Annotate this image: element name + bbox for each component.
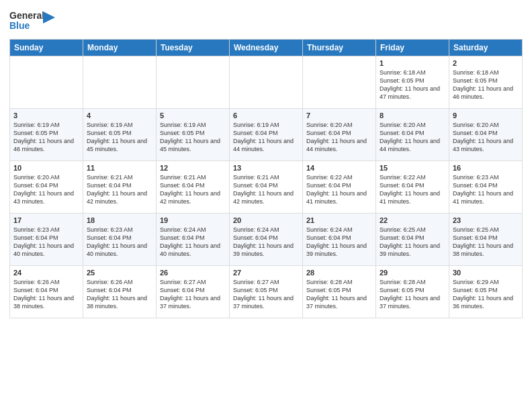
calendar-cell: 4Sunrise: 6:19 AMSunset: 6:05 PMDaylight… (83, 109, 157, 161)
calendar-cell: 27Sunrise: 6:27 AMSunset: 6:05 PMDayligh… (230, 266, 303, 318)
day-info: Sunrise: 6:23 AM (13, 226, 79, 234)
weekday-header: Saturday (449, 40, 523, 56)
day-info: Sunset: 6:05 PM (87, 129, 152, 137)
day-info: Daylight: 11 hours and 44 minutes. (306, 137, 372, 153)
day-info: Sunset: 6:04 PM (306, 234, 372, 242)
day-info: Sunrise: 6:23 AM (87, 226, 152, 234)
day-info: Sunset: 6:04 PM (13, 286, 79, 294)
day-number: 13 (233, 164, 299, 172)
day-info: Sunrise: 6:22 AM (380, 173, 445, 181)
day-info: Daylight: 11 hours and 44 minutes. (380, 137, 445, 153)
calendar-week: 10Sunrise: 6:20 AMSunset: 6:04 PMDayligh… (10, 161, 523, 214)
day-info: Daylight: 11 hours and 45 minutes. (160, 137, 226, 153)
day-number: 15 (380, 164, 445, 172)
day-info: Sunrise: 6:21 AM (160, 173, 226, 181)
day-info: Daylight: 11 hours and 40 minutes. (160, 242, 226, 258)
day-info: Daylight: 11 hours and 41 minutes. (306, 189, 372, 205)
weekday-header: Thursday (303, 40, 376, 56)
calendar-week: 17Sunrise: 6:23 AMSunset: 6:04 PMDayligh… (10, 214, 523, 266)
day-number: 24 (13, 269, 79, 277)
day-info: Sunset: 6:05 PM (13, 129, 79, 137)
calendar-cell: 19Sunrise: 6:24 AMSunset: 6:04 PMDayligh… (157, 214, 230, 266)
day-number: 10 (13, 164, 79, 172)
day-info: Sunrise: 6:21 AM (233, 173, 299, 181)
day-info: Sunrise: 6:26 AM (13, 278, 79, 286)
calendar-cell (303, 56, 376, 109)
day-number: 2 (453, 59, 519, 67)
day-info: Sunrise: 6:26 AM (87, 278, 152, 286)
day-info: Sunset: 6:05 PM (453, 286, 519, 294)
day-info: Sunset: 6:05 PM (160, 129, 226, 137)
calendar-cell: 15Sunrise: 6:22 AMSunset: 6:04 PMDayligh… (376, 161, 449, 214)
calendar-cell: 6Sunrise: 6:19 AMSunset: 6:04 PMDaylight… (230, 109, 303, 161)
calendar-cell: 10Sunrise: 6:20 AMSunset: 6:04 PMDayligh… (10, 161, 83, 214)
logo-icon: General Blue (9, 7, 43, 34)
day-info: Sunrise: 6:19 AM (87, 121, 152, 129)
calendar-cell: 5Sunrise: 6:19 AMSunset: 6:05 PMDaylight… (157, 109, 230, 161)
day-info: Sunrise: 6:22 AM (306, 173, 372, 181)
day-number: 20 (233, 216, 299, 224)
calendar-cell: 9Sunrise: 6:20 AMSunset: 6:04 PMDaylight… (449, 109, 523, 161)
day-number: 21 (306, 216, 372, 224)
day-info: Sunset: 6:04 PM (233, 234, 299, 242)
day-info: Sunset: 6:04 PM (380, 181, 445, 189)
calendar-cell: 12Sunrise: 6:21 AMSunset: 6:04 PMDayligh… (157, 161, 230, 214)
day-info: Sunset: 6:04 PM (233, 129, 299, 137)
day-info: Daylight: 11 hours and 39 minutes. (306, 242, 372, 258)
day-info: Sunrise: 6:20 AM (13, 173, 79, 181)
calendar-cell: 28Sunrise: 6:28 AMSunset: 6:05 PMDayligh… (303, 266, 376, 318)
calendar-cell: 25Sunrise: 6:26 AMSunset: 6:04 PMDayligh… (83, 266, 157, 318)
day-info: Sunset: 6:04 PM (87, 181, 152, 189)
weekday-header: Wednesday (230, 40, 303, 56)
day-info: Daylight: 11 hours and 43 minutes. (13, 189, 79, 205)
day-info: Sunset: 6:04 PM (13, 234, 79, 242)
calendar-cell (10, 56, 83, 109)
day-info: Sunrise: 6:19 AM (233, 121, 299, 129)
calendar-cell: 26Sunrise: 6:27 AMSunset: 6:04 PMDayligh… (157, 266, 230, 318)
day-info: Sunset: 6:04 PM (306, 181, 372, 189)
day-info: Sunrise: 6:24 AM (306, 226, 372, 234)
calendar-cell: 13Sunrise: 6:21 AMSunset: 6:04 PMDayligh… (230, 161, 303, 214)
day-info: Daylight: 11 hours and 38 minutes. (453, 242, 519, 258)
day-number: 22 (380, 216, 445, 224)
day-number: 23 (453, 216, 519, 224)
day-info: Sunrise: 6:21 AM (87, 173, 152, 181)
day-info: Daylight: 11 hours and 40 minutes. (13, 242, 79, 258)
day-info: Sunrise: 6:28 AM (306, 278, 372, 286)
calendar-cell: 2Sunrise: 6:18 AMSunset: 6:05 PMDaylight… (449, 56, 523, 109)
day-number: 12 (160, 164, 226, 172)
day-info: Daylight: 11 hours and 41 minutes. (453, 189, 519, 205)
day-info: Sunset: 6:04 PM (453, 234, 519, 242)
calendar-cell: 29Sunrise: 6:28 AMSunset: 6:05 PMDayligh… (376, 266, 449, 318)
day-info: Sunrise: 6:24 AM (233, 226, 299, 234)
calendar: SundayMondayTuesdayWednesdayThursdayFrid… (9, 39, 523, 318)
day-info: Daylight: 11 hours and 43 minutes. (453, 137, 519, 153)
calendar-cell: 20Sunrise: 6:24 AMSunset: 6:04 PMDayligh… (230, 214, 303, 266)
day-number: 27 (233, 269, 299, 277)
day-info: Sunrise: 6:27 AM (233, 278, 299, 286)
day-number: 3 (13, 111, 79, 120)
logo: General Blue (9, 7, 55, 34)
day-info: Sunrise: 6:25 AM (453, 226, 519, 234)
day-info: Sunset: 6:04 PM (453, 181, 519, 189)
day-info: Sunrise: 6:19 AM (160, 121, 226, 129)
day-info: Daylight: 11 hours and 46 minutes. (453, 85, 519, 101)
day-info: Daylight: 11 hours and 37 minutes. (233, 294, 299, 310)
day-info: Daylight: 11 hours and 37 minutes. (306, 294, 372, 310)
day-info: Daylight: 11 hours and 45 minutes. (87, 137, 152, 153)
day-number: 26 (160, 269, 226, 277)
calendar-cell: 18Sunrise: 6:23 AMSunset: 6:04 PMDayligh… (83, 214, 157, 266)
day-info: Sunrise: 6:19 AM (13, 121, 79, 129)
calendar-cell: 16Sunrise: 6:23 AMSunset: 6:04 PMDayligh… (449, 161, 523, 214)
calendar-cell: 22Sunrise: 6:25 AMSunset: 6:04 PMDayligh… (376, 214, 449, 266)
calendar-cell: 11Sunrise: 6:21 AMSunset: 6:04 PMDayligh… (83, 161, 157, 214)
day-number: 25 (87, 269, 152, 277)
day-info: Daylight: 11 hours and 42 minutes. (160, 189, 226, 205)
day-number: 17 (13, 216, 79, 224)
day-info: Sunset: 6:04 PM (380, 129, 445, 137)
day-info: Sunrise: 6:23 AM (453, 173, 519, 181)
page: General Blue SundayMondayTuesdayWednesda… (0, 0, 532, 325)
day-number: 8 (380, 111, 445, 120)
day-info: Daylight: 11 hours and 38 minutes. (13, 294, 79, 310)
calendar-cell: 7Sunrise: 6:20 AMSunset: 6:04 PMDaylight… (303, 109, 376, 161)
